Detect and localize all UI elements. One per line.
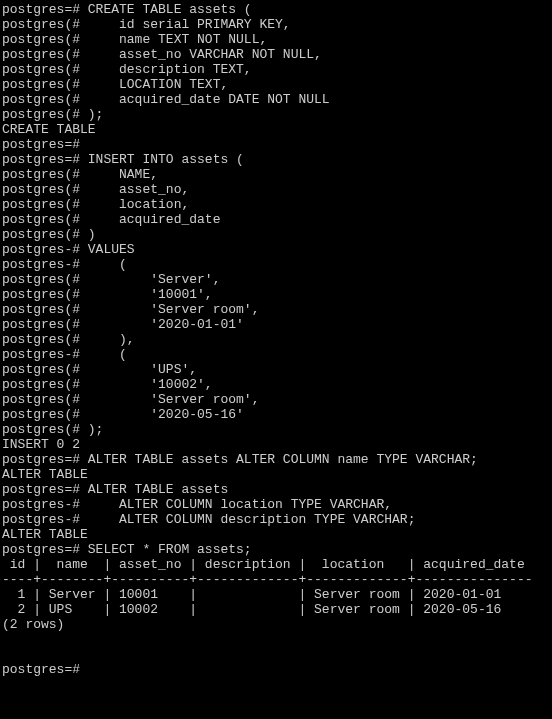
terminal-line: ALTER TABLE: [2, 467, 550, 482]
terminal-line: postgres(# 'Server room',: [2, 302, 550, 317]
terminal-line: ALTER TABLE: [2, 527, 550, 542]
terminal-line: ----+--------+----------+-------------+-…: [2, 572, 550, 587]
terminal-line: postgres(# asset_no,: [2, 182, 550, 197]
terminal-line: postgres(# ): [2, 227, 550, 242]
terminal-line: postgres(# 'Server room',: [2, 392, 550, 407]
terminal-line: postgres(# name TEXT NOT NULL,: [2, 32, 550, 47]
terminal-line: id | name | asset_no | description | loc…: [2, 557, 550, 572]
terminal-line: postgres=# ALTER TABLE assets: [2, 482, 550, 497]
terminal-line: 2 | UPS | 10002 | | Server room | 2020-0…: [2, 602, 550, 617]
terminal-line: postgres=# SELECT * FROM assets;: [2, 542, 550, 557]
terminal-line: 1 | Server | 10001 | | Server room | 202…: [2, 587, 550, 602]
terminal-line: postgres(# ),: [2, 332, 550, 347]
terminal-line: postgres=#: [2, 662, 550, 677]
terminal-line: postgres-# VALUES: [2, 242, 550, 257]
terminal-line: postgres-# ALTER COLUMN location TYPE VA…: [2, 497, 550, 512]
terminal-line: postgres(# acquired_date: [2, 212, 550, 227]
terminal-line: postgres(# '10002',: [2, 377, 550, 392]
terminal-line: postgres(# description TEXT,: [2, 62, 550, 77]
terminal-line: postgres(# '2020-05-16': [2, 407, 550, 422]
terminal-line: [2, 632, 550, 647]
terminal-line: (2 rows): [2, 617, 550, 632]
terminal-line: postgres(# '10001',: [2, 287, 550, 302]
terminal-line: postgres(# 'Server',: [2, 272, 550, 287]
terminal-line: postgres(# '2020-01-01': [2, 317, 550, 332]
terminal-line: postgres(# id serial PRIMARY KEY,: [2, 17, 550, 32]
terminal-line: postgres(# acquired_date DATE NOT NULL: [2, 92, 550, 107]
terminal-line: postgres=#: [2, 137, 550, 152]
terminal-line: postgres=# ALTER TABLE assets ALTER COLU…: [2, 452, 550, 467]
terminal-output[interactable]: postgres=# CREATE TABLE assets (postgres…: [0, 0, 552, 679]
terminal-line: postgres-# (: [2, 257, 550, 272]
terminal-line: postgres=# CREATE TABLE assets (: [2, 2, 550, 17]
terminal-line: postgres(# 'UPS',: [2, 362, 550, 377]
terminal-line: INSERT 0 2: [2, 437, 550, 452]
terminal-line: postgres(# asset_no VARCHAR NOT NULL,: [2, 47, 550, 62]
terminal-line: postgres(# );: [2, 107, 550, 122]
terminal-line: postgres=# INSERT INTO assets (: [2, 152, 550, 167]
terminal-line: postgres(# );: [2, 422, 550, 437]
terminal-line: postgres(# location,: [2, 197, 550, 212]
terminal-line: CREATE TABLE: [2, 122, 550, 137]
terminal-line: postgres(# LOCATION TEXT,: [2, 77, 550, 92]
terminal-line: postgres-# ALTER COLUMN description TYPE…: [2, 512, 550, 527]
terminal-line: [2, 647, 550, 662]
terminal-line: postgres(# NAME,: [2, 167, 550, 182]
terminal-line: postgres-# (: [2, 347, 550, 362]
